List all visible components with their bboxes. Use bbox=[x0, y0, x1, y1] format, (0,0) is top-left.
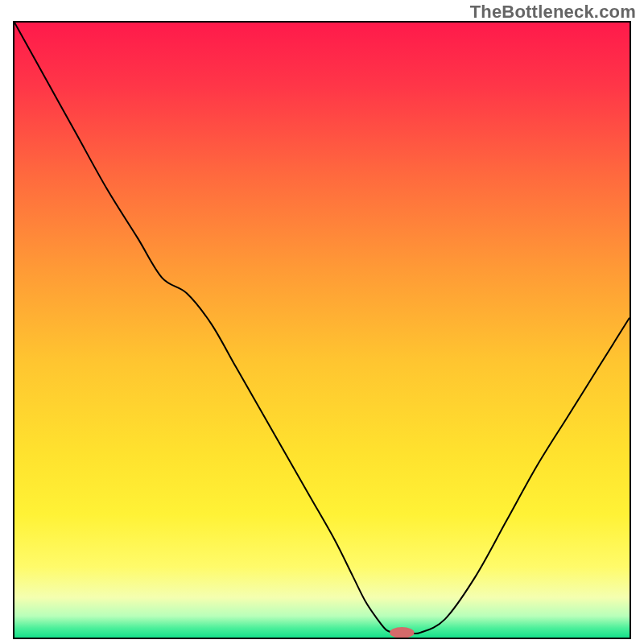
chart-container: TheBottleneck.com bbox=[0, 0, 644, 644]
watermark-label: TheBottleneck.com bbox=[470, 2, 636, 23]
chart-background-gradient bbox=[14, 23, 630, 638]
chart-plot-area bbox=[13, 21, 631, 639]
chart-svg bbox=[14, 23, 630, 638]
